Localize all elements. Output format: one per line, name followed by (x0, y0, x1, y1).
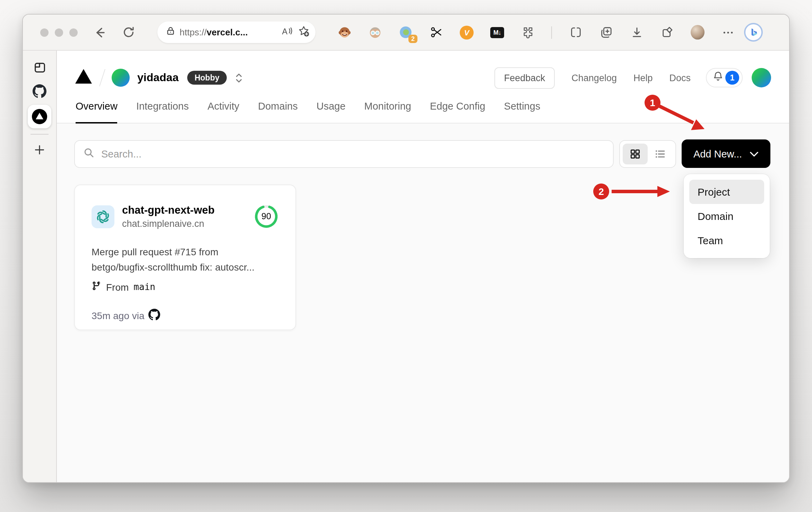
person-glasses-extension-icon[interactable] (368, 25, 382, 39)
v-extension-icon[interactable]: V (460, 25, 474, 39)
read-aloud-icon[interactable]: A (281, 25, 293, 39)
address-bar[interactable]: https://vercel.c... A (157, 22, 316, 43)
extensions-puzzle-icon[interactable] (521, 25, 535, 39)
header-actions: Feedback Changelog Help Docs 1 (494, 67, 771, 88)
svg-text:2: 2 (598, 186, 604, 197)
branch-name[interactable]: main (133, 282, 155, 292)
new-tab-button[interactable] (33, 143, 46, 157)
menu-item-domain[interactable]: Domain (689, 204, 764, 228)
branch-label: From (106, 281, 129, 292)
changelog-link[interactable]: Changelog (571, 72, 617, 83)
commit-message[interactable]: Merge pull request #715 from betgo/bugfi… (92, 244, 279, 275)
project-card[interactable]: chat-gpt-next-web chat.simplenaive.cn 90 (74, 185, 296, 330)
annotation-arrow-2: 2 (593, 184, 670, 199)
svg-text:A: A (282, 27, 288, 36)
window-controls (40, 28, 78, 36)
menu-item-project[interactable]: Project (689, 180, 764, 204)
chevron-down-icon (750, 148, 759, 159)
vercel-logo-icon[interactable] (75, 69, 92, 87)
openai-project-icon (92, 205, 114, 228)
lock-icon (166, 26, 175, 39)
browser-toolbar: https://vercel.c... A 2 (23, 15, 789, 51)
vertical-tabs-sidebar (23, 51, 57, 482)
team-name[interactable]: yidadaa (137, 71, 179, 84)
git-branch-icon (92, 281, 101, 293)
browser-window: https://vercel.c... A 2 (22, 14, 790, 483)
split-screen-icon[interactable] (569, 25, 582, 39)
score-ring[interactable]: 90 (254, 204, 279, 229)
badge-extension-icon[interactable]: 2 (399, 25, 413, 39)
help-link[interactable]: Help (633, 72, 653, 83)
github-icon (149, 309, 161, 323)
notification-count-badge: 1 (725, 71, 739, 85)
breadcrumb-slash (99, 69, 105, 86)
tab-edge-config[interactable]: Edge Config (430, 96, 485, 123)
menu-item-team[interactable]: Team (689, 228, 764, 253)
deploy-time: 35m ago via (92, 310, 145, 321)
browser-body: yidadaa Hobby Feedback Changelog Help Do… (23, 51, 789, 482)
copy-add-icon[interactable] (599, 25, 613, 39)
team-switcher-icon[interactable] (234, 72, 244, 84)
team-avatar[interactable] (112, 69, 130, 87)
vercel-tab-active[interactable] (28, 105, 51, 128)
deploy-row: 35m ago via (92, 309, 279, 323)
project-card-titles: chat-gpt-next-web chat.simplenaive.cn (122, 204, 215, 229)
profile-avatar[interactable] (691, 25, 705, 39)
tab-overview[interactable]: Overview (76, 96, 118, 123)
tab-domains[interactable]: Domains (258, 96, 297, 123)
extensions-row: 2 V M↓ (338, 25, 735, 39)
view-toggle (619, 140, 676, 168)
bell-icon (713, 71, 723, 85)
docs-link[interactable]: Docs (669, 72, 691, 83)
bing-chat-icon[interactable] (744, 23, 763, 42)
monkey-extension-icon[interactable] (338, 25, 352, 39)
sidebar-divider (31, 134, 49, 135)
collections-icon[interactable] (660, 25, 674, 39)
add-new-menu: Project Domain Team (684, 174, 770, 258)
tab-activity[interactable]: Activity (207, 96, 239, 123)
project-name[interactable]: chat-gpt-next-web (122, 204, 215, 216)
add-favorite-icon[interactable] (297, 25, 310, 40)
extension-badge: 2 (408, 34, 417, 43)
dashboard-header: yidadaa Hobby Feedback Changelog Help Do… (57, 51, 789, 123)
logo-row: yidadaa Hobby Feedback Changelog Help Do… (57, 51, 789, 96)
search-input[interactable] (101, 148, 605, 159)
search-box (74, 140, 614, 168)
back-button[interactable] (93, 25, 107, 39)
notifications-button[interactable]: 1 (706, 68, 743, 87)
list-view-button[interactable] (648, 143, 673, 164)
downloads-icon[interactable] (630, 25, 643, 39)
markdown-extension-icon[interactable]: M↓ (490, 25, 504, 39)
tab-actions-icon[interactable] (33, 60, 46, 74)
close-window-button[interactable] (40, 28, 49, 36)
tab-monitoring[interactable]: Monitoring (364, 96, 411, 123)
more-menu-icon[interactable] (721, 25, 735, 39)
tab-integrations[interactable]: Integrations (136, 96, 189, 123)
add-new-button[interactable]: Add New... (682, 139, 770, 168)
score-value: 90 (254, 204, 279, 229)
plan-badge: Hobby (187, 71, 227, 85)
scissors-extension-icon[interactable] (429, 25, 443, 39)
project-card-header: chat-gpt-next-web chat.simplenaive.cn 90 (92, 204, 279, 229)
grid-view-button[interactable] (623, 143, 648, 164)
github-tab-favicon[interactable] (33, 84, 46, 98)
url-text: https://vercel.c... (180, 27, 277, 37)
branch-row: From main (92, 281, 279, 293)
tab-usage[interactable]: Usage (317, 96, 346, 123)
toolbar-divider (551, 26, 552, 39)
dashboard-tabs: Overview Integrations Activity Domains U… (57, 96, 789, 123)
controls-row: Add New... (74, 139, 770, 168)
tab-settings[interactable]: Settings (504, 96, 541, 123)
minimize-window-button[interactable] (55, 28, 63, 36)
project-domain[interactable]: chat.simplenaive.cn (122, 219, 215, 229)
desktop: https://vercel.c... A 2 (0, 0, 812, 512)
user-avatar[interactable] (752, 68, 771, 87)
zoom-window-button[interactable] (69, 28, 78, 36)
refresh-button[interactable] (122, 26, 135, 39)
search-icon (83, 147, 94, 161)
feedback-button[interactable]: Feedback (494, 67, 555, 88)
vercel-dashboard: yidadaa Hobby Feedback Changelog Help Do… (57, 51, 789, 482)
